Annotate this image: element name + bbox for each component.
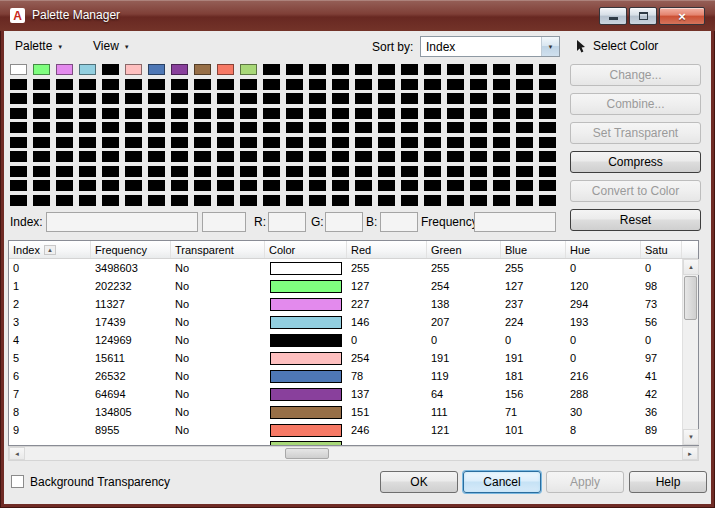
column-header-blue[interactable]: Blue	[501, 241, 566, 258]
palette-swatch[interactable]	[240, 79, 257, 90]
palette-swatch[interactable]	[263, 195, 280, 206]
palette-swatch[interactable]	[125, 137, 142, 148]
vertical-scrollbar[interactable]: ▲ ▼	[682, 259, 698, 445]
palette-swatch[interactable]	[539, 180, 556, 191]
palette-swatch[interactable]	[355, 180, 372, 191]
palette-swatch[interactable]	[79, 166, 96, 177]
palette-swatch[interactable]	[516, 79, 533, 90]
palette-swatch[interactable]	[470, 79, 487, 90]
b-field[interactable]	[380, 212, 418, 232]
palette-swatch[interactable]	[309, 64, 326, 75]
palette-swatch[interactable]	[447, 195, 464, 206]
column-header-satu[interactable]: Satu	[641, 241, 682, 258]
table-row[interactable]: 03498603No25525525500	[9, 259, 682, 277]
palette-swatch[interactable]	[470, 166, 487, 177]
help-button[interactable]: Help	[629, 471, 707, 493]
palette-swatch[interactable]	[217, 137, 234, 148]
ok-button[interactable]: OK	[380, 471, 458, 493]
palette-swatch[interactable]	[263, 93, 280, 104]
palette-swatch[interactable]	[332, 180, 349, 191]
scroll-up-icon[interactable]: ▲	[683, 259, 699, 275]
palette-swatch[interactable]	[470, 137, 487, 148]
palette-swatch[interactable]	[79, 79, 96, 90]
palette-swatch[interactable]	[10, 64, 27, 75]
palette-swatch[interactable]	[148, 151, 165, 162]
horizontal-scrollbar-thumb[interactable]	[285, 448, 329, 459]
palette-swatch[interactable]	[194, 79, 211, 90]
palette-swatch[interactable]	[286, 151, 303, 162]
palette-swatch[interactable]	[286, 195, 303, 206]
palette-swatch[interactable]	[263, 108, 280, 119]
palette-swatch[interactable]	[401, 79, 418, 90]
palette-swatch[interactable]	[516, 180, 533, 191]
palette-swatch[interactable]	[539, 122, 556, 133]
palette-swatch[interactable]	[493, 180, 510, 191]
horizontal-scrollbar[interactable]: ◄ ►	[8, 446, 699, 461]
table-row[interactable]: 1202232No12725412712098	[9, 277, 682, 295]
table-row[interactable]: 4124969No00000	[9, 331, 682, 349]
palette-menu[interactable]: Palette ▼	[12, 37, 66, 55]
palette-swatch[interactable]	[424, 137, 441, 148]
frequency-field[interactable]	[474, 212, 556, 232]
palette-swatch[interactable]	[56, 151, 73, 162]
palette-swatch[interactable]	[332, 108, 349, 119]
palette-swatch[interactable]	[102, 195, 119, 206]
palette-swatch[interactable]	[240, 137, 257, 148]
table-row[interactable]: 515611No254191191097	[9, 349, 682, 367]
palette-swatch[interactable]	[240, 180, 257, 191]
palette-swatch[interactable]	[217, 93, 234, 104]
palette-swatch[interactable]	[493, 108, 510, 119]
palette-swatch[interactable]	[33, 195, 50, 206]
palette-swatch[interactable]	[424, 166, 441, 177]
palette-swatch[interactable]	[355, 93, 372, 104]
palette-swatch[interactable]	[79, 64, 96, 75]
column-header-index[interactable]: Index▲	[9, 241, 91, 258]
palette-swatch[interactable]	[332, 166, 349, 177]
palette-swatch[interactable]	[263, 79, 280, 90]
palette-swatch[interactable]	[263, 122, 280, 133]
palette-swatch[interactable]	[148, 79, 165, 90]
titlebar[interactable]: A Palette Manager ×	[0, 0, 715, 31]
palette-swatch[interactable]	[56, 108, 73, 119]
palette-swatch[interactable]	[378, 122, 395, 133]
palette-swatch[interactable]	[263, 166, 280, 177]
palette-swatch[interactable]	[79, 108, 96, 119]
scroll-right-icon[interactable]: ►	[682, 447, 698, 460]
palette-swatch[interactable]	[286, 180, 303, 191]
palette-swatch[interactable]	[355, 79, 372, 90]
select-color-button[interactable]: Select Color	[574, 37, 658, 55]
palette-swatch[interactable]	[194, 64, 211, 75]
palette-swatch[interactable]	[102, 79, 119, 90]
palette-swatch[interactable]	[470, 195, 487, 206]
view-menu[interactable]: View ▼	[90, 37, 133, 55]
table-row[interactable]: 8134805No151111713036	[9, 403, 682, 421]
palette-swatch[interactable]	[148, 93, 165, 104]
palette-swatch[interactable]	[493, 122, 510, 133]
vertical-scrollbar-thumb[interactable]	[684, 276, 697, 320]
palette-swatch[interactable]	[102, 180, 119, 191]
palette-swatch[interactable]	[539, 64, 556, 75]
palette-swatch[interactable]	[102, 122, 119, 133]
palette-swatch[interactable]	[401, 108, 418, 119]
palette-swatch[interactable]	[447, 180, 464, 191]
palette-swatch[interactable]	[493, 64, 510, 75]
palette-swatch[interactable]	[217, 64, 234, 75]
palette-swatch[interactable]	[309, 79, 326, 90]
palette-swatch[interactable]	[401, 137, 418, 148]
scroll-down-icon[interactable]: ▼	[683, 429, 699, 445]
palette-swatch[interactable]	[539, 108, 556, 119]
palette-swatch[interactable]	[240, 166, 257, 177]
palette-swatch[interactable]	[217, 180, 234, 191]
palette-swatch[interactable]	[33, 151, 50, 162]
index-count-field[interactable]	[202, 212, 246, 232]
palette-swatch[interactable]	[56, 195, 73, 206]
palette-swatch[interactable]	[332, 64, 349, 75]
palette-swatch[interactable]	[33, 122, 50, 133]
palette-swatch[interactable]	[309, 180, 326, 191]
palette-swatch[interactable]	[447, 122, 464, 133]
palette-swatch[interactable]	[309, 108, 326, 119]
palette-swatch[interactable]	[378, 108, 395, 119]
index-field[interactable]	[46, 212, 198, 232]
palette-swatch[interactable]	[355, 137, 372, 148]
palette-swatch[interactable]	[217, 151, 234, 162]
